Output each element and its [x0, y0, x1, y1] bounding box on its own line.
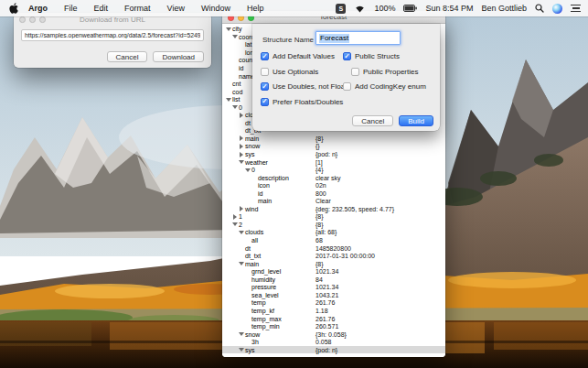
disclosure-open-icon[interactable] [231, 105, 239, 109]
menu-user-name[interactable]: Ben Gottlieb [481, 4, 527, 13]
checkbox-public-properties[interactable]: Public Properties [351, 68, 418, 76]
tree-row[interactable]: wind{deg: 232.505, speed: 4.77} [222, 205, 445, 213]
sheet-cancel-button[interactable]: Cancel [352, 115, 393, 126]
checkbox-checked-icon[interactable]: ✓ [343, 52, 351, 60]
siri-icon[interactable] [552, 4, 562, 14]
url-input[interactable] [21, 29, 204, 41]
sheet-build-button[interactable]: Build [399, 115, 433, 126]
tree-row[interactable]: grnd_level1021.34 [222, 267, 445, 276]
tree-row[interactable]: id800 [222, 189, 445, 198]
tree-row[interactable]: dt1485820800 [222, 244, 445, 253]
structure-name-selected-text: Forecast [319, 34, 349, 43]
wifi-icon[interactable] [354, 4, 366, 13]
tree-row[interactable]: clouds{all: 68} [222, 229, 445, 237]
tree-row[interactable]: dt_txt2017-01-31 00:00:00 [222, 252, 445, 260]
disclosure-open-icon[interactable] [238, 332, 245, 336]
checkbox-use-doubles-not-floats[interactable]: ✓Use Doubles, not Floats [261, 82, 350, 91]
download-cancel-button[interactable]: Cancel [107, 51, 148, 62]
close-button-inactive[interactable] [19, 16, 26, 23]
tree-row[interactable]: snow{} [222, 143, 445, 151]
tree-key: 1 [239, 213, 242, 220]
tree-row[interactable]: 1{8} [222, 213, 445, 222]
tree-row[interactable]: temp_kf1.18 [222, 307, 445, 315]
checkbox-add-codingkey-enum[interactable]: Add CodingKey enum [343, 82, 426, 91]
checkbox-add-default-values[interactable]: ✓Add Default Values [261, 52, 335, 60]
menu-item-file[interactable]: File [56, 0, 86, 16]
tree-row[interactable]: 2{8} [222, 221, 445, 229]
download-window-traffic-lights[interactable] [19, 16, 46, 23]
checkbox-unchecked-icon[interactable] [343, 82, 351, 91]
tree-row[interactable]: humidity84 [222, 276, 445, 284]
tree-row[interactable]: 3h0.058 [222, 338, 445, 346]
checkbox-public-structs[interactable]: ✓Public Structs [343, 52, 400, 60]
disclosure-closed-icon[interactable] [238, 206, 245, 211]
build-struct-sheet: Structure Name Forecast ✓Add Default Val… [252, 24, 440, 131]
disclosure-open-icon[interactable] [238, 160, 245, 164]
tree-value: 02n [315, 182, 326, 189]
menu-item-edit[interactable]: Edit [86, 0, 117, 16]
tree-value: 261.76 [315, 316, 335, 322]
structure-name-input[interactable]: Forecast [315, 31, 401, 45]
notification-center-icon[interactable] [571, 5, 581, 13]
disclosure-open-icon[interactable] [225, 98, 232, 102]
disclosure-open-icon[interactable] [231, 35, 239, 38]
minimize-button-inactive[interactable] [29, 16, 36, 23]
tree-row[interactable]: sys{pod: n} [222, 150, 445, 158]
tree-row[interactable]: temp_min260.571 [222, 322, 445, 330]
disclosure-closed-icon[interactable] [238, 135, 245, 141]
tree-row[interactable]: temp261.76 [222, 299, 445, 308]
tree-key: dt [245, 245, 251, 252]
menu-app-name[interactable]: Argo [28, 0, 56, 16]
checkbox-unchecked-icon[interactable] [351, 68, 359, 76]
tree-row[interactable]: pressure1021.34 [222, 284, 445, 292]
tree-row[interactable]: sys{pod: n} [222, 346, 445, 354]
tree-row[interactable]: snow{3h: 0.058} [222, 330, 445, 339]
tree-row[interactable]: sea_level1043.21 [222, 291, 445, 299]
checkbox-checked-icon[interactable]: ✓ [261, 82, 269, 91]
zoom-button-inactive[interactable] [39, 16, 46, 23]
menu-clock[interactable]: Sun 8:54 PM [425, 4, 473, 13]
tree-key: id [239, 65, 243, 71]
menu-item-view[interactable]: View [159, 0, 193, 16]
tree-key: dt [245, 120, 251, 126]
checkbox-checked-icon[interactable]: ✓ [261, 52, 269, 60]
disclosure-closed-icon[interactable] [238, 144, 245, 149]
tree-row[interactable]: 0{4} [222, 166, 445, 174]
tree-row[interactable]: temp_max261.76 [222, 315, 445, 323]
disclosure-closed-icon[interactable] [231, 214, 239, 220]
disclosure-open-icon[interactable] [225, 27, 232, 31]
tree-row[interactable]: mainClear [222, 198, 445, 206]
disclosure-open-icon[interactable] [238, 348, 245, 352]
tree-row[interactable]: main{8} [222, 135, 445, 143]
download-button[interactable]: Download [153, 51, 204, 62]
menu-item-window[interactable]: Window [193, 0, 239, 16]
checkbox-use-optionals[interactable]: Use Optionals [261, 68, 318, 76]
menu-item-help[interactable]: Help [239, 0, 273, 16]
tree-row[interactable]: descriptionclear sky [222, 174, 445, 182]
checkbox-unchecked-icon[interactable] [261, 68, 269, 76]
disclosure-open-icon[interactable] [238, 262, 245, 265]
tree-row[interactable]: all68 [222, 236, 445, 244]
tree-key: temp_min [251, 323, 280, 330]
tree-key: 3h [251, 339, 259, 345]
battery-percent: 100% [374, 4, 395, 13]
menu-item-format[interactable]: Format [116, 0, 159, 16]
checkbox-prefer-floats-doubles[interactable]: ✓Prefer Floats/Doubles [261, 98, 343, 106]
spotlight-icon[interactable] [535, 4, 544, 13]
disclosure-closed-icon[interactable] [238, 152, 245, 157]
tree-value: {} [315, 143, 320, 149]
menu-extra-icon[interactable]: S [336, 4, 346, 14]
disclosure-open-icon[interactable] [231, 222, 239, 226]
tree-value: 0.058 [315, 339, 332, 345]
tree-key: wind [245, 206, 258, 212]
tree-row[interactable]: icon02n [222, 181, 445, 189]
battery-icon[interactable] [403, 5, 417, 12]
tree-value: 1021.34 [315, 268, 338, 275]
disclosure-open-icon[interactable] [244, 168, 251, 172]
disclosure-closed-icon[interactable] [238, 113, 245, 118]
tree-row[interactable]: weather[1] [222, 158, 445, 167]
disclosure-open-icon[interactable] [238, 231, 245, 234]
tree-row[interactable]: main{8} [222, 260, 445, 268]
apple-menu-icon[interactable] [9, 4, 19, 14]
checkbox-checked-icon[interactable]: ✓ [261, 98, 269, 106]
